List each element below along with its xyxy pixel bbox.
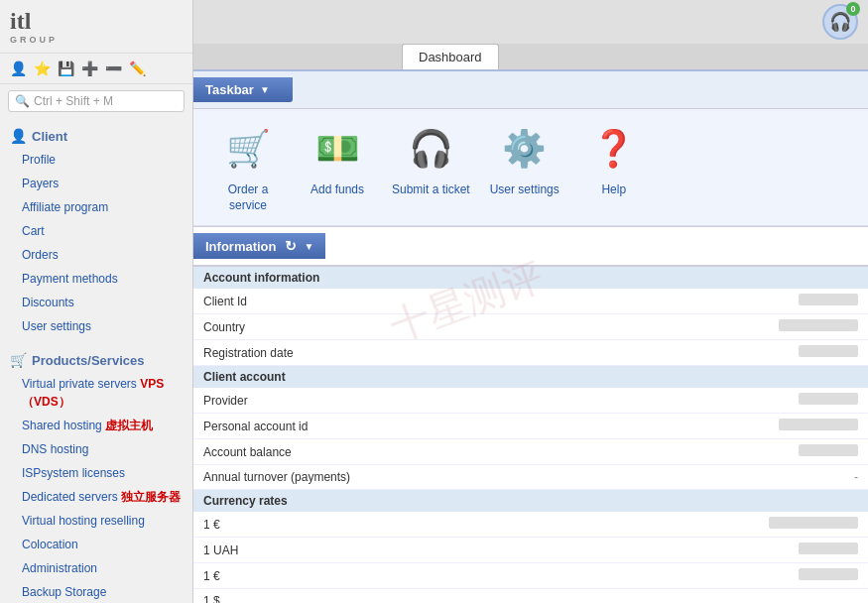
refresh-icon[interactable]: ↻ <box>285 238 297 254</box>
country-value <box>601 314 868 340</box>
account-balance-label: Account balance <box>193 439 601 465</box>
sidebar-item-discounts[interactable]: Discounts <box>0 291 192 314</box>
taskbar-item-funds-label: Add funds <box>310 182 364 198</box>
account-balance-row: Account balance <box>193 439 868 465</box>
annual-turnover-value: - <box>601 465 868 490</box>
registration-date-value <box>601 340 868 366</box>
taskbar-item-order-label: Order aservice <box>228 182 269 213</box>
sidebar-item-shared[interactable]: Shared hosting 虚拟主机 <box>0 414 192 437</box>
taskbar-item-user-settings[interactable]: ⚙️ User settings <box>490 121 559 213</box>
client-section-label: Client <box>32 129 67 144</box>
currency-eur-1-row: 1 € <box>193 512 868 538</box>
content-area: Taskbar ▼ 🛒 Order aservice 💵 Add funds 🎧… <box>193 69 868 603</box>
main-area: 🎧 0 Dashboard Taskbar ▼ 🛒 Order aservice <box>193 0 868 603</box>
currency-uah-value <box>601 538 868 563</box>
client-id-row: Client Id <box>193 289 868 314</box>
tab-dashboard[interactable]: Dashboard <box>402 44 499 69</box>
client-account-header-row: Client account <box>193 366 868 389</box>
logo: itl GROUP <box>10 8 58 45</box>
country-label: Country <box>193 314 601 340</box>
taskbar-header[interactable]: Taskbar ▼ <box>193 77 293 102</box>
tab-bar: Dashboard <box>193 44 868 69</box>
sidebar-item-dedicated[interactable]: Dedicated servers 独立服务器 <box>0 485 192 509</box>
sidebar-item-payment-methods[interactable]: Payment methods <box>0 267 192 291</box>
search-placeholder: Ctrl + Shift + M <box>34 94 113 108</box>
sidebar-item-colocation[interactable]: Colocation <box>0 533 192 556</box>
annual-turnover-row: Annual turnover (payments) - <box>193 465 868 490</box>
taskbar-header-bar: Taskbar ▼ <box>193 71 868 109</box>
client-account-title: Client account <box>193 366 868 389</box>
settings-icon: ⚙️ <box>497 121 553 177</box>
taskbar-item-usersettings-label: User settings <box>490 182 559 198</box>
account-info-title: Account information <box>193 267 868 290</box>
provider-value <box>601 388 868 414</box>
account-balance-value <box>601 439 868 465</box>
logo-area: itl GROUP <box>0 0 192 54</box>
sidebar-item-vhr[interactable]: Virtual hosting reselling <box>0 509 192 533</box>
eur2-blurred <box>799 568 858 580</box>
submit-ticket-topbar-button[interactable]: 🎧 0 <box>822 4 858 40</box>
products-section: 🛒 Products/Services Virtual private serv… <box>0 342 192 603</box>
products-section-title[interactable]: 🛒 Products/Services <box>0 346 192 372</box>
save-icon[interactable]: 💾 <box>56 59 75 78</box>
edit-icon[interactable]: ✏️ <box>127 59 147 78</box>
client-id-value <box>601 289 868 314</box>
currency-usd-label: 1 $ <box>193 589 601 603</box>
taskbar-item-help-label: Help <box>601 182 626 198</box>
sidebar-item-isp[interactable]: ISPsystem licenses <box>0 461 192 485</box>
minus-icon[interactable]: ➖ <box>103 59 123 78</box>
info-header-bar: Information ↻ ▼ <box>193 227 868 266</box>
sidebar-item-cart[interactable]: Cart <box>0 219 192 243</box>
sidebar-item-payers[interactable]: Payers <box>0 172 192 195</box>
add-icon[interactable]: ➕ <box>79 59 99 78</box>
info-label: Information <box>205 239 277 254</box>
client-id-label: Client Id <box>193 289 601 314</box>
headset-task-icon: 🎧 <box>403 121 458 177</box>
personal-account-value <box>601 414 868 439</box>
taskbar-item-add-funds[interactable]: 💵 Add funds <box>303 121 372 213</box>
currency-eur-1-label: 1 € <box>193 512 601 538</box>
registration-date-row: Registration date <box>193 340 868 366</box>
info-dropdown-icon: ▼ <box>305 241 314 252</box>
sidebar-item-profile[interactable]: Profile <box>0 148 192 172</box>
person-icon[interactable]: 👤 <box>8 59 28 78</box>
search-icon: 🔍 <box>15 94 30 108</box>
registration-date-label: Registration date <box>193 340 601 366</box>
help-icon: ❓ <box>586 121 642 177</box>
provider-blurred <box>799 393 858 405</box>
currency-uah-row: 1 UAH <box>193 538 868 563</box>
sidebar-item-administration[interactable]: Administration <box>0 556 192 580</box>
cash-icon: 💵 <box>310 121 365 177</box>
currency-eur-1-value <box>601 512 868 538</box>
products-section-label: Products/Services <box>32 353 144 368</box>
provider-label: Provider <box>193 388 601 414</box>
star-icon[interactable]: ⭐ <box>32 59 52 78</box>
sidebar-item-user-settings[interactable]: User settings <box>0 314 192 338</box>
ticket-badge: 0 <box>846 2 860 16</box>
sidebar-item-orders[interactable]: Orders <box>0 243 192 267</box>
currency-eur-2-value <box>601 563 868 589</box>
sidebar: itl GROUP 👤 ⭐ 💾 ➕ ➖ ✏️ 🔍 Ctrl + Shift + … <box>0 0 193 603</box>
information-section: Information ↻ ▼ Account information Clie… <box>193 227 868 603</box>
client-id-blurred <box>799 294 858 305</box>
sidebar-item-dns[interactable]: DNS hosting <box>0 437 192 461</box>
taskbar-item-order-service[interactable]: 🛒 Order aservice <box>213 121 283 213</box>
personal-account-label: Personal account id <box>193 414 601 439</box>
taskbar-item-help[interactable]: ❓ Help <box>579 121 649 213</box>
taskbar-item-submit-ticket[interactable]: 🎧 Submit a ticket <box>392 121 470 213</box>
currency-usd-value <box>601 589 868 603</box>
account-balance-blurred <box>799 444 858 456</box>
logo-text: itl <box>10 8 31 34</box>
tab-dashboard-label: Dashboard <box>419 50 482 64</box>
client-section-title[interactable]: 👤 Client <box>0 122 192 148</box>
sidebar-item-backup[interactable]: Backup Storage <box>0 580 192 603</box>
info-table: Account information Client Id Country Re… <box>193 266 868 603</box>
currency-usd-row: 1 $ <box>193 589 868 603</box>
info-header[interactable]: Information ↻ ▼ <box>193 233 325 259</box>
sidebar-item-vps[interactable]: Virtual private servers VPS（VDS） <box>0 372 192 414</box>
sidebar-item-affiliate[interactable]: Affiliate program <box>0 195 192 219</box>
personal-account-blurred <box>779 419 858 430</box>
reg-date-blurred <box>799 345 858 357</box>
client-icon: 👤 <box>10 128 27 144</box>
search-bar[interactable]: 🔍 Ctrl + Shift + M <box>8 90 185 112</box>
